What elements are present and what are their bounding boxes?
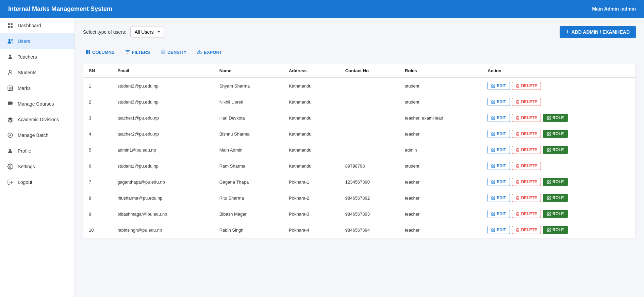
- sidebar-label-settings: Settings: [18, 164, 35, 169]
- svg-point-5: [11, 39, 13, 41]
- delete-button[interactable]: DELETE: [512, 162, 541, 170]
- cell-address: Kathmandu: [283, 110, 340, 126]
- cell-address: Pokhara-3: [283, 206, 340, 222]
- sidebar-item-settings[interactable]: Settings: [0, 159, 75, 174]
- cell-sn: 10: [83, 222, 112, 238]
- cell-email: bibashmagar@pu.edu.np: [112, 206, 214, 222]
- edit-icon: [491, 180, 495, 184]
- cell-contact: 9846567894: [340, 222, 399, 238]
- delete-icon: [516, 132, 520, 136]
- cell-contact: 9846567893: [340, 206, 399, 222]
- filters-button[interactable]: FILTERS: [123, 48, 152, 57]
- sidebar-item-dashboard[interactable]: Dashboard: [0, 18, 75, 33]
- svg-point-7: [9, 70, 11, 72]
- col-sn: SN: [83, 64, 112, 78]
- edit-icon: [491, 228, 495, 232]
- sidebar-item-profile[interactable]: Profile: [0, 143, 75, 159]
- delete-button[interactable]: DELETE: [512, 114, 541, 122]
- sidebar-label-marks: Marks: [18, 85, 31, 91]
- cell-action: EDIT DELETE ROLE: [482, 126, 635, 142]
- sidebar-item-manage-batch[interactable]: Manage Batch: [0, 127, 75, 143]
- cell-roles: teacher, examHead: [399, 110, 482, 126]
- sidebar-item-users[interactable]: Users: [0, 33, 75, 49]
- delete-button[interactable]: DELETE: [512, 226, 541, 234]
- delete-button[interactable]: DELETE: [512, 98, 541, 106]
- edit-button[interactable]: EDIT: [488, 114, 510, 122]
- role-icon: [547, 212, 551, 216]
- cell-action: EDIT DELETE ROLE: [482, 190, 635, 206]
- delete-button[interactable]: DELETE: [512, 178, 541, 186]
- cell-email: student3@pu.edu.np: [112, 94, 214, 110]
- plus-icon: +: [566, 29, 569, 35]
- edit-button[interactable]: EDIT: [488, 98, 510, 106]
- user-type-selector: Select type of users: All Users Admin Te…: [83, 27, 164, 37]
- edit-button[interactable]: EDIT: [488, 178, 510, 186]
- role-button[interactable]: ROLE: [543, 114, 568, 122]
- sidebar-item-teachers[interactable]: Teachers: [0, 49, 75, 65]
- cell-name: Shyam Sharma: [214, 78, 283, 94]
- table-row: 9 bibashmagar@pu.edu.np Bibash Magar Pok…: [83, 206, 635, 222]
- export-label: EXPORT: [204, 50, 222, 55]
- delete-button[interactable]: DELETE: [512, 146, 541, 154]
- edit-button[interactable]: EDIT: [488, 194, 510, 202]
- sidebar-item-academic-divisions[interactable]: Academic Divisions: [0, 112, 75, 127]
- cell-address: Kathmandu: [283, 158, 340, 174]
- cell-email: teacher2@pu.edu.np: [112, 126, 214, 142]
- edit-button[interactable]: EDIT: [488, 226, 510, 234]
- role-button[interactable]: ROLE: [543, 226, 568, 234]
- cell-sn: 9: [83, 206, 112, 222]
- cell-sn: 8: [83, 190, 112, 206]
- filters-label: FILTERS: [132, 50, 150, 55]
- role-button[interactable]: ROLE: [543, 146, 568, 154]
- col-contact: Contact No: [340, 64, 399, 78]
- sidebar-item-logout[interactable]: Logout: [0, 174, 75, 190]
- sidebar-item-students[interactable]: Students: [0, 65, 75, 80]
- cell-action: EDIT DELETE ROLE: [482, 222, 635, 238]
- sidebar-label-courses: Manage Courses: [18, 101, 54, 107]
- select-type-label: Select type of users:: [83, 29, 126, 35]
- edit-button[interactable]: EDIT: [488, 210, 510, 218]
- edit-button[interactable]: EDIT: [488, 146, 510, 154]
- cell-name: Main Admin: [214, 142, 283, 158]
- columns-button[interactable]: COLUMNS: [83, 48, 117, 57]
- table-row: 10 rabinsingh@pu.edu.np Rabin Singh Pokh…: [83, 222, 635, 238]
- cell-roles: teacher: [399, 190, 482, 206]
- cell-contact: 9846567892: [340, 190, 399, 206]
- batch-icon: [7, 132, 14, 139]
- delete-button[interactable]: DELETE: [512, 82, 541, 90]
- delete-button[interactable]: DELETE: [512, 194, 541, 202]
- cell-sn: 2: [83, 94, 112, 110]
- col-email: Email: [112, 64, 214, 78]
- courses-icon: [7, 100, 14, 107]
- add-btn-label: ADD ADMIN / EXAMHEAD: [572, 29, 630, 35]
- cell-contact: 89798798: [340, 158, 399, 174]
- edit-button[interactable]: EDIT: [488, 130, 510, 138]
- cell-action: EDIT DELETE: [482, 158, 635, 174]
- col-action: Action: [482, 64, 635, 78]
- role-button[interactable]: ROLE: [543, 130, 568, 138]
- table-row: 7 gaganthapa@pu.edu.np Gagana Thapa Pokh…: [83, 174, 635, 190]
- delete-button[interactable]: DELETE: [512, 210, 541, 218]
- edit-button[interactable]: EDIT: [488, 82, 510, 90]
- cell-action: EDIT DELETE ROLE: [482, 110, 635, 126]
- edit-icon: [491, 84, 495, 88]
- role-button[interactable]: ROLE: [543, 178, 568, 186]
- density-button[interactable]: DENSITY: [158, 48, 188, 57]
- role-button[interactable]: ROLE: [543, 210, 568, 218]
- cell-contact: [340, 94, 399, 110]
- cell-contact: 1234567890: [340, 174, 399, 190]
- role-icon: [547, 148, 551, 152]
- edit-button[interactable]: EDIT: [488, 162, 510, 170]
- user-type-dropdown[interactable]: All Users Admin Teacher Student: [130, 27, 164, 37]
- cell-contact: [340, 142, 399, 158]
- sidebar-item-manage-courses[interactable]: Manage Courses: [0, 96, 75, 112]
- sidebar-item-marks[interactable]: Marks: [0, 80, 75, 96]
- add-admin-examhead-button[interactable]: + ADD ADMIN / EXAMHEAD: [560, 26, 636, 38]
- delete-icon: [516, 196, 520, 200]
- export-button[interactable]: EXPORT: [195, 48, 224, 57]
- cell-contact: [340, 110, 399, 126]
- col-roles: Roles: [399, 64, 482, 78]
- delete-button[interactable]: DELETE: [512, 130, 541, 138]
- profile-icon: [7, 147, 14, 154]
- role-button[interactable]: ROLE: [543, 194, 568, 202]
